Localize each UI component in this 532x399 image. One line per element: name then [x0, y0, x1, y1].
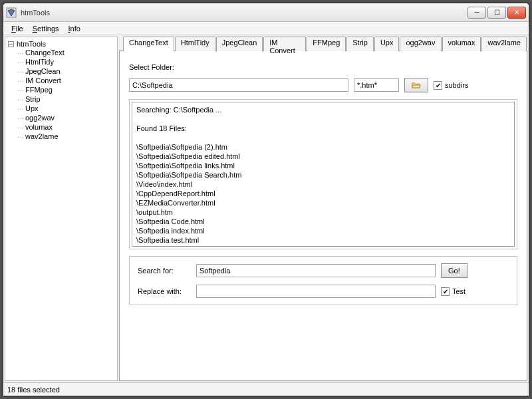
tree-item-changetext[interactable]: ChangeText: [17, 48, 114, 57]
search-replace-group: Search for: Go! Replace with: ✔ Test: [129, 256, 517, 305]
main-area: ChangeText HtmlTidy JpegClean IM Convert…: [119, 37, 527, 381]
tab-upx[interactable]: Upx: [374, 37, 400, 51]
close-button[interactable]: ✕: [507, 7, 526, 19]
tree-sidebar: − htmTools ChangeText HtmlTidy JpegClean…: [5, 37, 118, 381]
search-for-label: Search for:: [138, 267, 191, 275]
test-checkbox[interactable]: ✔ Test: [441, 287, 466, 296]
tree-item-jpegclean[interactable]: JpegClean: [17, 66, 114, 76]
replace-with-label: Replace with:: [138, 287, 191, 295]
go-button[interactable]: Go!: [441, 263, 467, 278]
checkbox-icon: ✔: [434, 81, 442, 90]
window-title: htmTools: [21, 9, 467, 17]
app-icon: [6, 7, 17, 18]
status-text: 18 files selected: [7, 386, 60, 394]
results-textarea[interactable]: Searching: C:\Softpedia ... Found 18 Fil…: [132, 102, 515, 247]
results-frame: Searching: C:\Softpedia ... Found 18 Fil…: [129, 99, 517, 249]
folder-input[interactable]: [129, 78, 348, 92]
menu-file[interactable]: File: [7, 23, 27, 34]
search-row: Search for: Go!: [138, 263, 509, 278]
tree-item-upx[interactable]: Upx: [17, 104, 114, 113]
tree-item-volumax[interactable]: volumax: [17, 122, 114, 132]
tree-item-ffmpeg[interactable]: FFMpeg: [17, 85, 114, 94]
tab-ffmpeg[interactable]: FFMpeg: [307, 37, 346, 51]
replace-row: Replace with: ✔ Test: [138, 285, 509, 298]
filter-input[interactable]: [354, 78, 399, 92]
tree-item-imconvert[interactable]: IM Convert: [17, 76, 114, 85]
tree-item-strip[interactable]: Strip: [17, 94, 114, 104]
menubar: File Settings Info: [3, 22, 529, 35]
select-folder-label: Select Folder:: [129, 63, 517, 71]
replace-with-input[interactable]: [196, 285, 436, 298]
tab-changetext[interactable]: ChangeText: [123, 37, 174, 51]
search-for-input[interactable]: [196, 264, 436, 277]
app-window: htmTools ─ ☐ ✕ File Settings Info − htmT…: [3, 3, 529, 396]
subdirs-checkbox[interactable]: ✔ subdirs: [434, 81, 468, 90]
subdirs-label: subdirs: [445, 81, 468, 89]
tab-wav2lame[interactable]: wav2lame: [481, 37, 527, 51]
maximize-button[interactable]: ☐: [487, 7, 506, 19]
window-controls: ─ ☐ ✕: [467, 7, 526, 19]
tabstrip: ChangeText HtmlTidy JpegClean IM Convert…: [123, 37, 527, 51]
checkbox-icon: ✔: [441, 287, 450, 296]
tree-item-ogg2wav[interactable]: ogg2wav: [17, 113, 114, 122]
test-label: Test: [452, 287, 466, 295]
tree-item-htmltidy[interactable]: HtmlTidy: [17, 57, 114, 66]
tab-ogg2wav[interactable]: ogg2wav: [400, 37, 441, 51]
tab-htmltidy[interactable]: HtmlTidy: [175, 37, 215, 51]
browse-button[interactable]: [404, 78, 428, 92]
tab-panel: Select Folder: ✔ subdirs Searching: C:\S…: [119, 51, 527, 381]
client-area: − htmTools ChangeText HtmlTidy JpegClean…: [3, 35, 529, 382]
menu-info[interactable]: Info: [65, 23, 84, 34]
minimize-button[interactable]: ─: [467, 7, 486, 19]
folder-open-icon: [412, 80, 421, 90]
tree-item-wav2lame[interactable]: wav2lame: [17, 132, 114, 141]
titlebar[interactable]: htmTools ─ ☐ ✕: [3, 3, 529, 22]
tree-root[interactable]: − htmTools: [8, 40, 114, 48]
tab-imconvert[interactable]: IM Convert: [263, 37, 306, 51]
menu-settings[interactable]: Settings: [29, 23, 63, 34]
tree-children: ChangeText HtmlTidy JpegClean IM Convert…: [17, 48, 114, 141]
tab-strip[interactable]: Strip: [346, 37, 374, 51]
tree-root-label: htmTools: [17, 40, 46, 48]
tab-volumax[interactable]: volumax: [442, 37, 481, 51]
expand-icon[interactable]: −: [8, 41, 14, 47]
statusbar: 18 files selected: [3, 382, 529, 396]
folder-row: ✔ subdirs: [129, 78, 517, 92]
tab-jpegclean[interactable]: JpegClean: [216, 37, 263, 51]
